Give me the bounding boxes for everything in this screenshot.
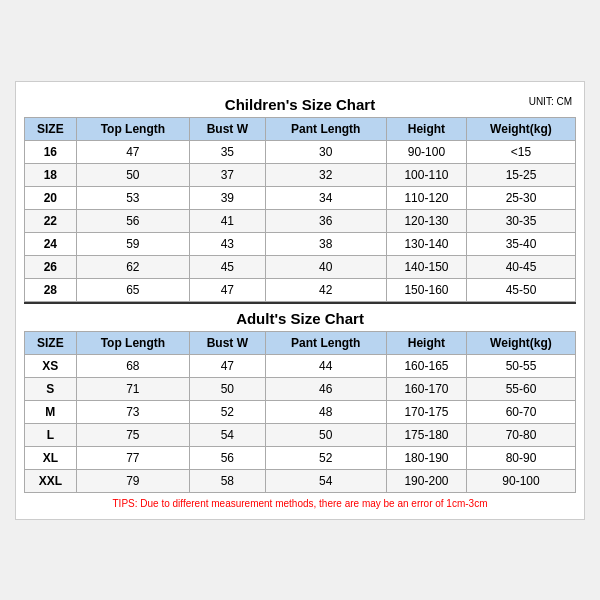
data-cell: 45-50 [466,278,575,301]
adult-col-pantlength: Pant Length [265,331,386,354]
table-row: 24594338130-14035-40 [25,232,576,255]
data-cell: 35 [190,140,266,163]
data-cell: 56 [76,209,189,232]
data-cell: 68 [76,354,189,377]
data-cell: 52 [265,446,386,469]
data-cell: 37 [190,163,266,186]
adult-col-height: Height [386,331,466,354]
data-cell: 140-150 [386,255,466,278]
data-cell: 47 [76,140,189,163]
data-cell: 50 [265,423,386,446]
data-cell: 73 [76,400,189,423]
adult-col-weight: Weight(kg) [466,331,575,354]
data-cell: 100-110 [386,163,466,186]
data-cell: 30 [265,140,386,163]
adult-col-size: SIZE [25,331,77,354]
data-cell: 160-165 [386,354,466,377]
adult-header-row: SIZE Top Length Bust W Pant Length Heigh… [25,331,576,354]
size-cell: 28 [25,278,77,301]
data-cell: 40-45 [466,255,575,278]
data-cell: 45 [190,255,266,278]
data-cell: 75 [76,423,189,446]
data-cell: 44 [265,354,386,377]
size-cell: 18 [25,163,77,186]
table-row: XS684744160-16550-55 [25,354,576,377]
table-row: XXL795854190-20090-100 [25,469,576,492]
data-cell: 90-100 [466,469,575,492]
data-cell: 32 [265,163,386,186]
chart-container: Children's Size Chart UNIT: CM SIZE Top … [15,81,585,520]
children-header-row: SIZE Top Length Bust W Pant Length Heigh… [25,117,576,140]
data-cell: 70-80 [466,423,575,446]
size-cell: 20 [25,186,77,209]
data-cell: 53 [76,186,189,209]
size-cell: XS [25,354,77,377]
data-cell: 80-90 [466,446,575,469]
size-cell: L [25,423,77,446]
size-cell: M [25,400,77,423]
data-cell: 36 [265,209,386,232]
table-row: S715046160-17055-60 [25,377,576,400]
data-cell: 130-140 [386,232,466,255]
size-cell: XXL [25,469,77,492]
children-section-title: Children's Size Chart UNIT: CM [24,90,576,117]
table-row: 18503732100-11015-25 [25,163,576,186]
data-cell: 55-60 [466,377,575,400]
data-cell: 65 [76,278,189,301]
data-cell: 15-25 [466,163,575,186]
data-cell: 35-40 [466,232,575,255]
data-cell: 77 [76,446,189,469]
data-cell: 50 [76,163,189,186]
data-cell: 160-170 [386,377,466,400]
data-cell: 56 [190,446,266,469]
table-row: M735248170-17560-70 [25,400,576,423]
data-cell: 150-160 [386,278,466,301]
data-cell: 175-180 [386,423,466,446]
children-col-size: SIZE [25,117,77,140]
children-col-bustw: Bust W [190,117,266,140]
data-cell: 180-190 [386,446,466,469]
size-cell: 26 [25,255,77,278]
adult-size-table: SIZE Top Length Bust W Pant Length Heigh… [24,331,576,493]
data-cell: 41 [190,209,266,232]
children-size-table: SIZE Top Length Bust W Pant Length Heigh… [24,117,576,302]
children-col-weight: Weight(kg) [466,117,575,140]
data-cell: 62 [76,255,189,278]
children-unit-label: UNIT: CM [529,96,572,107]
table-row: 28654742150-16045-50 [25,278,576,301]
data-cell: 43 [190,232,266,255]
data-cell: 54 [190,423,266,446]
children-col-height: Height [386,117,466,140]
data-cell: 30-35 [466,209,575,232]
data-cell: 25-30 [466,186,575,209]
data-cell: 52 [190,400,266,423]
size-cell: S [25,377,77,400]
size-cell: 24 [25,232,77,255]
data-cell: 170-175 [386,400,466,423]
adult-title-text: Adult's Size Chart [236,310,364,327]
table-row: L755450175-18070-80 [25,423,576,446]
data-cell: 47 [190,278,266,301]
children-col-toplength: Top Length [76,117,189,140]
data-cell: 46 [265,377,386,400]
children-col-pantlength: Pant Length [265,117,386,140]
data-cell: 38 [265,232,386,255]
size-cell: 22 [25,209,77,232]
data-cell: 40 [265,255,386,278]
data-cell: 50-55 [466,354,575,377]
data-cell: 110-120 [386,186,466,209]
data-cell: 71 [76,377,189,400]
data-cell: 120-130 [386,209,466,232]
table-row: 26624540140-15040-45 [25,255,576,278]
adult-col-bustw: Bust W [190,331,266,354]
adult-col-toplength: Top Length [76,331,189,354]
data-cell: <15 [466,140,575,163]
adult-section-title: Adult's Size Chart [24,302,576,331]
size-cell: 16 [25,140,77,163]
data-cell: 60-70 [466,400,575,423]
table-row: XL775652180-19080-90 [25,446,576,469]
data-cell: 48 [265,400,386,423]
size-cell: XL [25,446,77,469]
data-cell: 34 [265,186,386,209]
table-row: 22564136120-13030-35 [25,209,576,232]
